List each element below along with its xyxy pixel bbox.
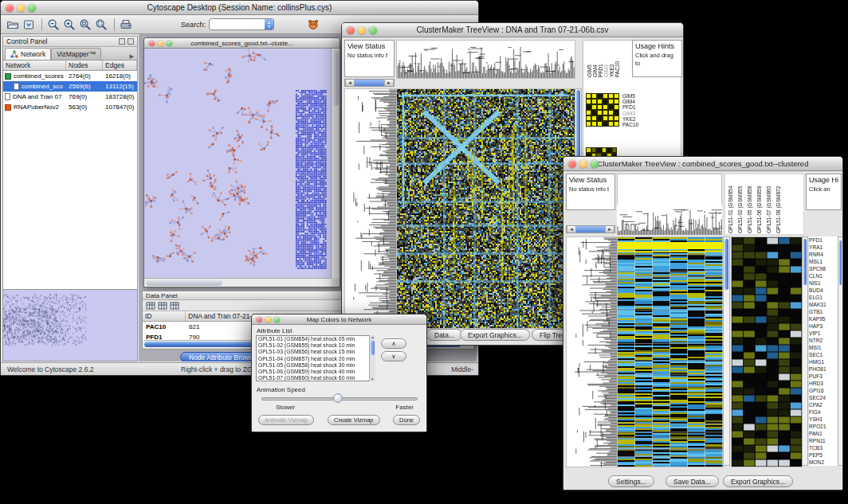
tab-overflow-icon[interactable]: ▶ bbox=[127, 53, 137, 60]
nav-left-icon[interactable]: ◄ bbox=[567, 226, 576, 232]
treeview1-titlebar[interactable]: ClusterMaker TreeView : DNA and Tran 07-… bbox=[342, 23, 683, 37]
hscroll-thumb[interactable] bbox=[146, 279, 222, 286]
close-window-icon[interactable] bbox=[149, 41, 155, 46]
treeview2-titlebar[interactable]: ClusterMaker TreeView : combined_scores_… bbox=[563, 157, 842, 171]
scroll-down-icon[interactable]: ▼ bbox=[371, 377, 374, 381]
network-view-window[interactable]: combined_scores_good.txt--cluste... bbox=[143, 37, 340, 287]
zoom-vscrollbar[interactable] bbox=[802, 236, 808, 466]
close-panel-icon[interactable] bbox=[128, 38, 134, 45]
export-graphics-button[interactable]: Export Graphics... bbox=[723, 475, 793, 487]
minimize-window-icon[interactable] bbox=[17, 4, 25, 12]
close-window-icon[interactable] bbox=[6, 4, 14, 12]
vscroll-thumb[interactable] bbox=[803, 239, 807, 285]
attribute-item[interactable]: GPL51-02 (GSM855) heat shock 10 min bbox=[257, 342, 368, 349]
network-list-row[interactable]: DNA and Tran 07769(0)183728(0) bbox=[3, 92, 137, 102]
table-grid-icon[interactable] bbox=[146, 301, 155, 311]
export-graphics-button[interactable]: Export Graphics... bbox=[460, 329, 530, 341]
minimize-window-icon[interactable] bbox=[265, 317, 271, 322]
row-dendrogram-canvas[interactable] bbox=[344, 88, 397, 329]
zoom-window-icon[interactable] bbox=[167, 41, 172, 46]
network-view-titlebar[interactable]: combined_scores_good.txt--cluste... bbox=[144, 38, 340, 49]
zoom-fit-icon[interactable] bbox=[78, 18, 92, 32]
col-id[interactable]: ID bbox=[143, 311, 186, 321]
cytoscape-titlebar[interactable]: Cytoscape Desktop (Session Name: collins… bbox=[1, 1, 478, 15]
close-window-icon[interactable] bbox=[568, 160, 576, 168]
tab-vizmapper[interactable]: VizMapper™ bbox=[51, 48, 101, 60]
open-session-icon[interactable] bbox=[6, 18, 20, 32]
map-colors-dialog[interactable]: Map Colors to Network Attribute List GPL… bbox=[251, 314, 427, 432]
minimize-window-icon[interactable] bbox=[358, 26, 366, 34]
col-network[interactable]: Network bbox=[3, 61, 66, 70]
attribute-item[interactable]: GPL51-03 (GSM856) heat shock 15 min bbox=[257, 349, 368, 355]
network-vscrollbar[interactable] bbox=[331, 49, 340, 278]
attribute-list-scrollbar[interactable]: ▲ ▼ bbox=[369, 335, 375, 381]
data-button[interactable]: Data... bbox=[426, 329, 462, 341]
close-window-icon[interactable] bbox=[257, 317, 262, 322]
network-canvas[interactable] bbox=[144, 49, 331, 278]
global-heatmap-canvas[interactable] bbox=[617, 236, 724, 467]
tree-nav-widget[interactable]: ◄ ► bbox=[344, 79, 395, 87]
scroll-thumb[interactable] bbox=[371, 341, 375, 355]
close-window-icon[interactable] bbox=[347, 26, 355, 34]
column-dendrogram-canvas[interactable] bbox=[617, 205, 722, 235]
attribute-item[interactable]: GPL51-06 (GSM859) heat shock 40 min bbox=[257, 369, 368, 375]
zoom-window-icon[interactable] bbox=[28, 4, 36, 12]
move-down-button[interactable]: ∨ bbox=[381, 351, 406, 361]
zoom-window-icon[interactable] bbox=[274, 317, 280, 322]
global-vscrollbar[interactable] bbox=[723, 236, 730, 466]
zoom-window-icon[interactable] bbox=[369, 26, 377, 34]
nav-right-icon[interactable]: ► bbox=[384, 80, 394, 86]
col-edges[interactable]: Edges bbox=[103, 61, 137, 70]
network-overview-canvas[interactable] bbox=[3, 289, 137, 361]
nav-right-icon[interactable]: ► bbox=[605, 226, 614, 232]
attribute-item[interactable]: GPL51-05 (GSM858) heat shock 30 min bbox=[257, 362, 368, 369]
zoom-in-icon[interactable] bbox=[62, 18, 77, 32]
tree-nav-widget[interactable]: ◄ ► bbox=[566, 225, 615, 233]
table-select-icon[interactable] bbox=[158, 301, 167, 311]
move-up-button[interactable]: ∧ bbox=[381, 338, 406, 349]
attribute-item[interactable]: GPL51-04 (GSM857) heat shock 20 min bbox=[257, 356, 368, 362]
done-button[interactable]: Done bbox=[393, 415, 420, 425]
combo-arrows-icon[interactable]: ▴▾ bbox=[265, 19, 273, 29]
attribute-list[interactable]: GPL51-01 (GSM854) heat shock 05 minGPL51… bbox=[256, 335, 375, 381]
vscroll-thumb[interactable] bbox=[724, 239, 728, 290]
import-network-icon[interactable] bbox=[22, 18, 36, 32]
attribute-item[interactable]: GPL51-07 (GSM860) heat shock 60 min bbox=[257, 375, 368, 381]
similarity-matrix[interactable] bbox=[586, 93, 619, 127]
network-hscrollbar[interactable] bbox=[144, 278, 331, 287]
create-vizmap-button[interactable]: Create Vizmap bbox=[328, 415, 379, 425]
zoom-heatmap-canvas[interactable] bbox=[731, 236, 803, 467]
snapshot-icon[interactable] bbox=[119, 18, 133, 32]
save-data-button[interactable]: Save Data... bbox=[665, 475, 719, 487]
float-panel-icon[interactable] bbox=[119, 38, 125, 45]
slider-thumb[interactable] bbox=[333, 393, 343, 403]
treeview-window-combined[interactable]: ClusterMaker TreeView : combined_scores_… bbox=[563, 156, 843, 490]
node-attribute-browser-tab[interactable]: Node Attribute Brows bbox=[180, 352, 261, 361]
column-dendrogram-canvas[interactable] bbox=[396, 40, 575, 79]
nav-left-icon[interactable]: ◄ bbox=[345, 80, 355, 86]
heatmap-canvas[interactable] bbox=[396, 88, 575, 329]
settings-button[interactable]: Settings... bbox=[608, 475, 654, 487]
search-input[interactable]: ▴▾ bbox=[209, 18, 274, 30]
search-field[interactable] bbox=[210, 19, 265, 29]
minimize-window-icon[interactable] bbox=[579, 160, 587, 168]
nav-thumb[interactable] bbox=[576, 226, 605, 232]
plugin-icon[interactable] bbox=[306, 18, 320, 32]
vscroll-thumb[interactable] bbox=[332, 50, 339, 106]
minimize-window-icon[interactable] bbox=[158, 41, 163, 46]
zoom-out-icon[interactable] bbox=[46, 18, 61, 32]
vscroll-thumb[interactable] bbox=[839, 240, 842, 285]
zoom-selected-icon[interactable] bbox=[94, 18, 108, 32]
nav-thumb[interactable] bbox=[355, 80, 384, 86]
dialog-titlebar[interactable]: Map Colors to Network bbox=[252, 315, 426, 325]
col-nodes[interactable]: Nodes bbox=[66, 61, 103, 70]
row-dendrogram-canvas[interactable] bbox=[566, 236, 618, 467]
network-list-row[interactable]: RNAPuberNov2563(0)107847(0) bbox=[3, 102, 137, 112]
network-list-row[interactable]: combined_sco2569(6)13112(15) bbox=[3, 81, 137, 92]
gene-list-vscrollbar[interactable] bbox=[838, 236, 843, 466]
attribute-item[interactable]: GPL51-01 (GSM854) heat shock 05 min bbox=[257, 336, 368, 342]
scroll-up-icon[interactable]: ▲ bbox=[371, 335, 374, 339]
network-list-row[interactable]: combined_scores2764(0)16218(0) bbox=[3, 71, 137, 81]
tab-network[interactable]: Network bbox=[5, 48, 51, 60]
zoom-window-icon[interactable] bbox=[591, 160, 599, 168]
